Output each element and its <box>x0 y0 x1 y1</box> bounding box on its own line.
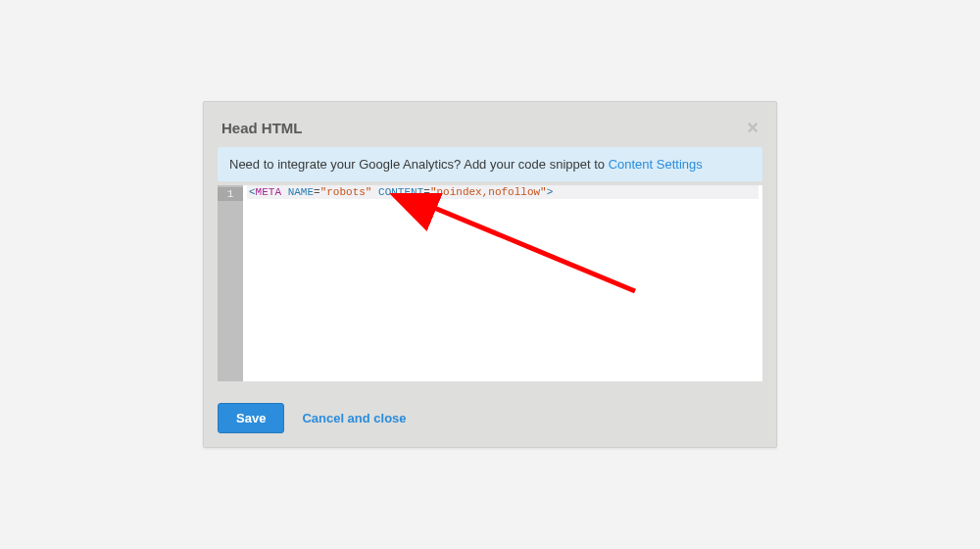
modal-footer: Save Cancel and close <box>218 403 762 433</box>
tok-close-bracket: > <box>547 186 554 198</box>
modal-title: Head HTML <box>221 120 303 136</box>
tok-tag: META <box>256 186 281 198</box>
annotation-arrow-icon <box>390 193 645 311</box>
tok-sp1 <box>281 186 288 198</box>
tok-val2: "noindex,nofollow" <box>430 186 547 198</box>
cancel-and-close-link[interactable]: Cancel and close <box>302 411 406 425</box>
line-number: 1 <box>218 187 243 201</box>
save-button[interactable]: Save <box>218 403 284 433</box>
editor-gutter: 1 <box>218 185 243 381</box>
head-html-modal: Head HTML × Need to integrate your Googl… <box>203 101 777 448</box>
close-icon[interactable]: × <box>747 118 759 137</box>
tok-open-bracket: < <box>249 186 256 198</box>
tok-eq1: = <box>314 186 320 198</box>
modal-header: Head HTML × <box>218 116 762 147</box>
code-area[interactable]: <META NAME="robots" CONTENT="noindex,nof… <box>243 185 762 381</box>
content-settings-link[interactable]: Content Settings <box>609 157 703 172</box>
tok-val1: "robots" <box>320 186 372 198</box>
tok-attr-name2: CONTENT <box>378 186 423 198</box>
code-line-1[interactable]: <META NAME="robots" CONTENT="noindex,nof… <box>247 185 759 199</box>
info-bar: Need to integrate your Google Analytics?… <box>218 147 762 181</box>
info-text: Need to integrate your Google Analytics?… <box>229 157 609 172</box>
svg-line-1 <box>427 205 635 291</box>
tok-eq2: = <box>423 186 430 198</box>
code-editor[interactable]: 1 <META NAME="robots" CONTENT="noindex,n… <box>218 185 762 381</box>
tok-attr-name1: NAME <box>288 186 314 198</box>
